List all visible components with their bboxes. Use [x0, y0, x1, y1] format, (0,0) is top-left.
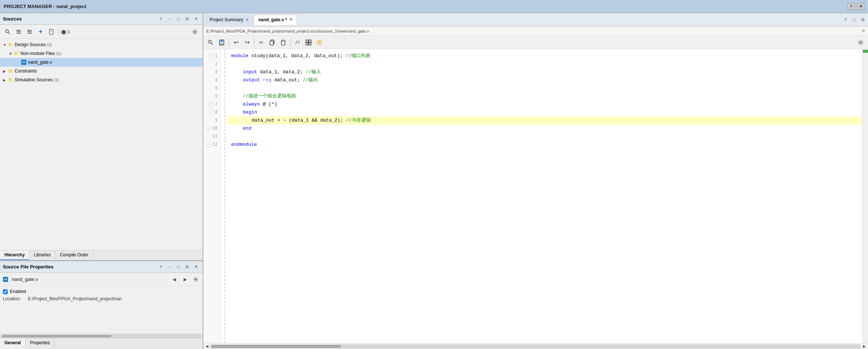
svg-rect-21: [282, 40, 284, 41]
fold-btn-10[interactable]: −: [207, 126, 211, 131]
sources-restore-btn[interactable]: □: [175, 15, 182, 23]
scroll-left-btn[interactable]: ◀: [205, 344, 209, 348]
file-path-close-btn[interactable]: ✕: [862, 29, 865, 33]
title-bar-help[interactable]: ?: [847, 3, 855, 10]
sfp-filename: nand_gate.v: [12, 276, 38, 282]
sfp-expand-btn[interactable]: ⧉: [184, 263, 191, 271]
fold-line: [221, 49, 225, 343]
sfp-next-btn[interactable]: ▶: [181, 275, 189, 284]
fold-btn-1[interactable]: −: [209, 54, 214, 58]
sfp-location-value: E:/Project_files/FPGA_Project/nand_proje…: [28, 296, 122, 301]
tree-item-design-sources[interactable]: ▼ 📁 Design Sources (1): [0, 40, 203, 49]
folder-icon-nonmodule: 📁: [14, 51, 19, 56]
svg-point-11: [194, 31, 196, 33]
sfp-scrollbar-track: [1, 335, 201, 338]
editor-comment-btn[interactable]: //: [292, 37, 303, 48]
editor-save-btn[interactable]: [217, 37, 227, 48]
editor-copy-btn[interactable]: [267, 37, 277, 48]
editor-restore-btn[interactable]: □: [850, 16, 858, 23]
horiz-scrollbar-track[interactable]: [211, 345, 861, 348]
fold-btn-12[interactable]: −: [207, 142, 211, 147]
line-num-9: 9: [203, 116, 221, 125]
tab-nandgate-v[interactable]: nand_gate.v * ✕: [254, 15, 297, 25]
line-num-11: 11: [203, 133, 221, 141]
fold-btn-7[interactable]: −: [209, 102, 214, 107]
tab-project-summary-close[interactable]: ✕: [245, 18, 249, 22]
tab-compile-order[interactable]: Compile Order: [55, 250, 93, 260]
scroll-indicator: [863, 50, 868, 53]
editor-cut-btn[interactable]: ✂: [256, 37, 266, 48]
sources-minimize-btn[interactable]: −: [166, 15, 173, 23]
editor-expand-btn[interactable]: ⧉: [859, 16, 867, 23]
sfp-enabled-checkbox[interactable]: [3, 289, 8, 294]
sfp-tab-properties[interactable]: Properties: [26, 338, 55, 349]
editor-block-btn[interactable]: [303, 37, 314, 48]
editor-redo-btn[interactable]: ↪: [242, 37, 252, 48]
sfp-restore-btn[interactable]: □: [175, 263, 182, 271]
tree-item-nandgate[interactable]: ve nand_gate.v: [0, 58, 203, 67]
editor-search-btn[interactable]: [206, 37, 216, 48]
line-num-8: − 8: [203, 108, 221, 116]
tab-hierarchy[interactable]: Hierarchy: [0, 250, 29, 260]
code-lines[interactable]: module study(data_1, data_2, data_out); …: [227, 49, 862, 343]
code-content-area: module study(data_1, data_2, data_out); …: [221, 49, 862, 343]
folder-icon-design: 📁: [8, 42, 13, 47]
sfp-bottom-tabs: General Properties: [0, 338, 203, 349]
svg-rect-24: [306, 43, 308, 45]
code-editor[interactable]: − 1 2 3 4 5 6 − 7 − 8 9: [203, 49, 868, 343]
line-numbers: − 1 2 3 4 5 6 − 7 − 8 9: [203, 49, 221, 343]
tree-item-nonmodule[interactable]: ▼ 📁 Non-module Files (1): [0, 49, 203, 58]
sfp-scrollbar[interactable]: [0, 334, 203, 338]
verilog-icon-nandgate: ve: [21, 60, 26, 65]
sfp-properties: Enabled Location: E:/Project_files/FPGA_…: [0, 286, 203, 334]
tab-libraries[interactable]: Libraries: [29, 250, 55, 260]
tree-count-nonmodule: (1): [56, 51, 61, 56]
sources-panel: Sources ? − □ ⧉ ✕: [0, 13, 203, 261]
code-line-8: begin: [227, 108, 862, 116]
editor-paste-btn[interactable]: [278, 37, 288, 48]
sources-tree: ▼ 📁 Design Sources (1) ▼ 📁 Non-module Fi…: [0, 39, 203, 250]
editor-settings-btn[interactable]: [856, 37, 866, 48]
tree-item-simsources[interactable]: ▶ 📁 Simulation Sources (1): [0, 75, 203, 84]
editor-lang-btn[interactable]: [314, 37, 325, 48]
sfp-location-label: Location:: [3, 296, 25, 301]
sources-panel-title: Sources: [3, 16, 22, 22]
editor-undo-btn[interactable]: ↩: [231, 37, 241, 48]
sfp-tab-general[interactable]: General: [0, 338, 26, 349]
sources-expand-btn[interactable]: ⧉: [184, 15, 191, 23]
tree-arrow-nonmodule: ▼: [9, 52, 14, 56]
sfp-help-btn[interactable]: ?: [157, 263, 165, 271]
editor-help-btn[interactable]: ?: [842, 16, 849, 23]
sfp-prev-btn[interactable]: ◀: [170, 275, 178, 284]
sfp-location-row: Location: E:/Project_files/FPGA_Project/…: [3, 296, 200, 301]
code-line-3: input data_1, data_2; //输入: [227, 68, 862, 76]
sources-expand-tree-btn[interactable]: [25, 27, 34, 37]
sources-help-btn[interactable]: ?: [157, 15, 165, 23]
code-line-11: [227, 133, 862, 141]
title-bar-close[interactable]: ✕: [857, 3, 864, 10]
editor-tabs: Project Summary ✕ nand_gate.v * ✕: [205, 15, 297, 25]
sfp-close-btn[interactable]: ✕: [192, 263, 200, 271]
line-num-4: 4: [203, 76, 221, 84]
sfp-settings-btn[interactable]: [192, 275, 200, 283]
sfp-panel-title: Source File Properties: [3, 264, 53, 270]
code-line-5: [227, 84, 862, 92]
tree-item-constraints[interactable]: ▶ 📁 Constraints: [0, 67, 203, 75]
sources-collapse-btn[interactable]: [14, 27, 23, 37]
sfp-minimize-btn[interactable]: −: [166, 263, 173, 271]
svg-point-0: [5, 30, 8, 33]
sources-toolbar: + ⬤ 0: [0, 25, 203, 39]
sfp-file-row: ve nand_gate.v ◀ ▶: [0, 273, 203, 286]
fold-btn-8[interactable]: −: [209, 110, 214, 115]
tab-nandgate-v-close[interactable]: ✕: [289, 17, 292, 22]
code-editor-wrapper: − 1 2 3 4 5 6 − 7 − 8 9: [203, 49, 868, 349]
sources-add-btn[interactable]: +: [36, 27, 45, 37]
sources-search-btn[interactable]: [3, 27, 12, 37]
tree-label-nonmodule: Non-module Files: [21, 51, 56, 56]
tab-project-summary[interactable]: Project Summary ✕: [205, 15, 254, 25]
sources-close-btn[interactable]: ✕: [192, 15, 200, 23]
scroll-right-btn[interactable]: ▶: [862, 344, 867, 348]
sources-settings-btn[interactable]: [190, 27, 200, 37]
editor-bottom-bar[interactable]: ◀ ▶: [203, 343, 868, 349]
sources-file-btn[interactable]: [47, 27, 56, 37]
